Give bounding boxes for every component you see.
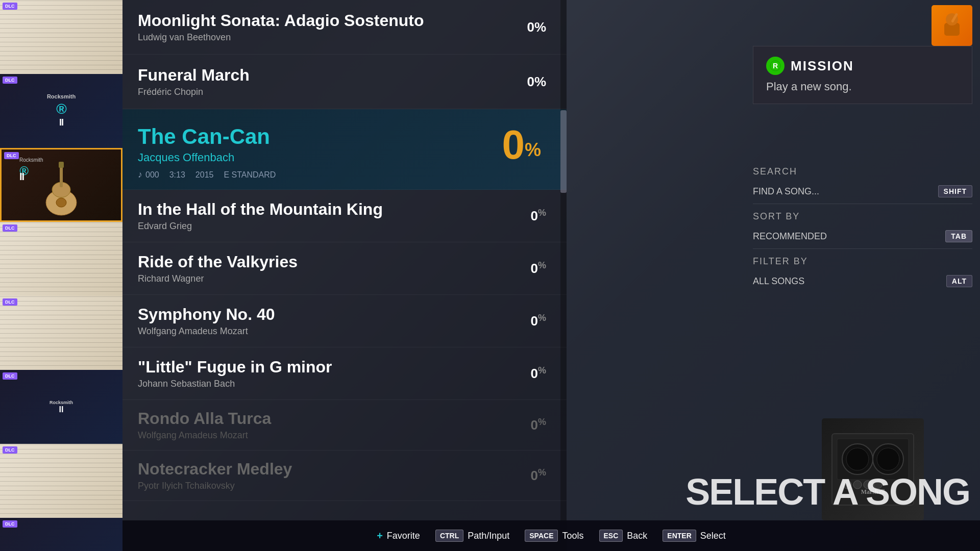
year-indicator: 2015 — [195, 170, 214, 180]
album-art: DLC Rocksmith ® II — [2, 149, 121, 220]
all-songs-key: ALT — [946, 275, 972, 287]
dlc-badge: DLC — [3, 298, 17, 306]
album-art: DLC Rocksmith II — [0, 370, 122, 444]
album-item[interactable]: DLC II — [0, 518, 122, 551]
tools-label: Tools — [562, 531, 583, 541]
song-artist: Frédéric Chopin — [138, 87, 551, 97]
recommended-key: TAB — [945, 230, 972, 242]
song-artist: Ludwig van Beethoven — [138, 32, 551, 43]
find-song-row[interactable]: FIND A SONG... SHIFT — [753, 183, 972, 199]
filter-label: FILTER BY — [753, 253, 972, 270]
album-art: DLC — [0, 444, 122, 518]
mission-text: Play a new song. — [766, 80, 959, 93]
album-art: DLC II — [0, 518, 122, 551]
mission-popup: R MISSION Play a new song. — [753, 46, 972, 104]
song-item-active[interactable]: The Can-Can Jacques Offenbach ♪ 000 3:13… — [122, 109, 567, 190]
song-percent: 0% — [531, 467, 546, 484]
sidebar-controls: SEARCH FIND A SONG... SHIFT SORT BY RECO… — [753, 163, 972, 293]
mission-title: MISSION — [791, 58, 854, 74]
notes-indicator: ♪ 000 — [138, 169, 159, 180]
album-art: DLC — [0, 0, 122, 74]
dlc-badge: DLC — [3, 372, 17, 380]
back-key: ESC — [599, 530, 623, 542]
song-title: In the Hall of the Mountain King — [138, 200, 551, 219]
svg-point-15 — [877, 448, 899, 470]
song-title: Moonlight Sonata: Adagio Sostenuto — [138, 11, 551, 30]
album-item[interactable]: DLC — [0, 222, 122, 296]
favorite-label: Favorite — [387, 531, 420, 541]
mission-header: R MISSION — [766, 57, 959, 75]
album-item[interactable]: DLC Rocksmith ® II — [0, 74, 122, 148]
song-percent: 0% — [527, 19, 546, 35]
all-songs-row[interactable]: ALL SONGS ALT — [753, 273, 972, 289]
sort-section: SORT BY RECOMMENDED TAB — [753, 208, 972, 244]
svg-point-4 — [56, 198, 66, 207]
scrollbar-thumb[interactable] — [560, 110, 567, 193]
select-song-text: SELECT A SONG — [685, 473, 970, 510]
divider — [753, 204, 972, 204]
favorite-action: + Favorite — [377, 530, 420, 542]
path-input-action: CTRL Path/Input — [435, 530, 509, 542]
song-percent: 0% — [531, 260, 546, 277]
song-percent: 0% — [527, 74, 546, 90]
dlc-badge: DLC — [3, 224, 17, 232]
song-artist: Edvard Grieg — [138, 221, 551, 232]
album-item[interactable]: DLC Rocksmith II — [0, 370, 122, 444]
song-artist: Pyotr Ilyich Tchaikovsky — [138, 481, 551, 491]
song-item[interactable]: In the Hall of the Mountain King Edvard … — [122, 190, 567, 242]
song-item[interactable]: Moonlight Sonata: Adagio Sostenuto Ludwi… — [122, 0, 567, 55]
song-list-panel: Moonlight Sonata: Adagio Sostenuto Ludwi… — [122, 0, 567, 551]
song-percent: 0% — [531, 313, 546, 330]
favorite-icon: + — [377, 530, 383, 542]
album-art: DLC — [0, 296, 122, 370]
recommended-row[interactable]: RECOMMENDED TAB — [753, 228, 972, 244]
bottom-bar: + Favorite CTRL Path/Input SPACE Tools E… — [122, 520, 980, 551]
album-art: DLC Rocksmith ® II — [0, 74, 122, 148]
song-item[interactable]: Ride of the Valkyries Richard Wagner 0% — [122, 242, 567, 295]
select-action: ENTER Select — [663, 530, 725, 542]
dlc-badge: DLC — [3, 446, 17, 454]
sort-label: SORT BY — [753, 208, 972, 225]
tools-key: SPACE — [525, 530, 558, 542]
mission-icon: R — [766, 57, 785, 75]
dlc-badge: DLC — [3, 520, 17, 528]
song-item[interactable]: Symphony No. 40 Wolfgang Amadeus Mozart … — [122, 295, 567, 347]
back-action: ESC Back — [599, 530, 648, 542]
song-artist: Richard Wagner — [138, 273, 551, 284]
duration-indicator: 3:13 — [169, 170, 185, 180]
search-section: SEARCH FIND A SONG... SHIFT — [753, 163, 972, 199]
song-meta: ♪ 000 3:13 2015 E STANDARD — [138, 169, 551, 180]
dlc-badge: DLC — [3, 77, 17, 84]
song-artist: Wolfgang Amadeus Mozart — [138, 430, 551, 441]
tools-action: SPACE Tools — [525, 530, 583, 542]
song-item[interactable]: "Little" Fugue in G minor Johann Sebasti… — [122, 347, 567, 400]
song-item[interactable]: Rondo Alla Turca Wolfgang Amadeus Mozart… — [122, 400, 567, 450]
song-item[interactable]: Notecracker Medley Pyotr Ilyich Tchaikov… — [122, 450, 567, 501]
path-key: CTRL — [435, 530, 463, 542]
album-item[interactable]: DLC — [0, 444, 122, 518]
active-percent: 0 % — [502, 124, 541, 165]
song-title: Rondo Alla Turca — [138, 409, 551, 428]
back-label: Back — [627, 531, 647, 541]
player-icon — [932, 5, 972, 46]
right-panel: R MISSION Play a new song. SEARCH FIND A… — [567, 0, 980, 551]
album-item[interactable]: DLC — [0, 0, 122, 74]
find-song-label: FIND A SONG... — [753, 186, 819, 197]
song-percent: 0% — [531, 365, 546, 382]
song-percent: 0% — [531, 208, 546, 224]
find-song-key: SHIFT — [938, 185, 972, 197]
dlc-badge: DLC — [3, 3, 17, 10]
song-title: "Little" Fugue in G minor — [138, 358, 551, 377]
scrollbar[interactable] — [560, 0, 567, 551]
album-item-selected[interactable]: DLC Rocksmith ® II — [0, 148, 122, 222]
song-item[interactable]: Funeral March Frédéric Chopin 0% — [122, 55, 567, 109]
all-songs-label: ALL SONGS — [753, 276, 804, 287]
song-artist: Wolfgang Amadeus Mozart — [138, 326, 551, 337]
song-title: Funeral March — [138, 66, 551, 85]
song-title-active: The Can-Can — [138, 124, 551, 149]
path-input-label: Path/Input — [468, 531, 509, 541]
album-item[interactable]: DLC — [0, 296, 122, 370]
song-artist-active: Jacques Offenbach — [138, 151, 551, 164]
tuning-indicator: E STANDARD — [224, 170, 276, 180]
song-title: Ride of the Valkyries — [138, 253, 551, 271]
